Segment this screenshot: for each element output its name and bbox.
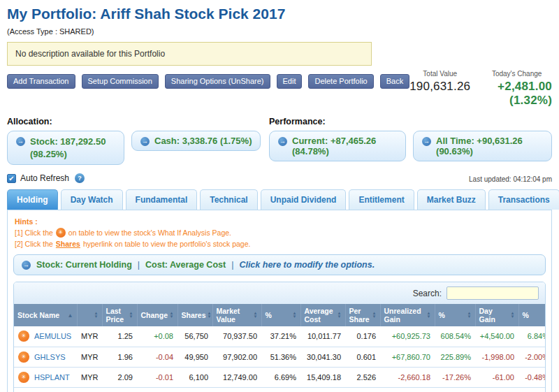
help-icon[interactable]: ? bbox=[75, 173, 85, 183]
cell: 0.00 bbox=[137, 387, 177, 392]
current-performance-pill[interactable]: → Current: +87,465.26 (84.78%) bbox=[269, 131, 406, 161]
tab-unpaid-dividend[interactable]: Unpaid Dividend bbox=[261, 189, 347, 210]
todays-change-stat: Today's Change +2,481.00 (1.32%) bbox=[481, 70, 552, 108]
toolbar-button-add-transaction[interactable]: Add Transaction bbox=[7, 74, 75, 89]
cell: +60,925.73 bbox=[380, 326, 435, 347]
auto-refresh-checkbox[interactable]: ✔ bbox=[7, 174, 16, 183]
cash-allocation-pill[interactable]: → Cash: 3,338.76 (1.75%) bbox=[131, 131, 261, 151]
cell: 0.00% bbox=[518, 387, 546, 392]
column-header-per-share[interactable]: Per Share▲▼ bbox=[345, 304, 380, 326]
alltime-performance-pill[interactable]: → All Time: +90,631.26 (90.63%) bbox=[413, 131, 552, 161]
column-header-unrealized-gain[interactable]: Unrealized Gain▲▼ bbox=[380, 304, 435, 326]
column-header-market-value[interactable]: Market Value▲▼ bbox=[212, 304, 261, 326]
arrow-circle-icon: → bbox=[140, 137, 150, 146]
cell: 12,749.00 bbox=[212, 367, 261, 387]
page-title: My Portfolio: Ariff Shah Stock Pick 2017 bbox=[7, 6, 552, 22]
cell: 14,418.82 bbox=[300, 387, 345, 392]
tab-holding[interactable]: Holding bbox=[7, 189, 58, 210]
column-header-[interactable]: %▲▼ bbox=[435, 304, 475, 326]
stock-option-value: Stock: Current Holding bbox=[36, 260, 132, 270]
column-header-average-cost[interactable]: Average Cost▲▼ bbox=[300, 304, 345, 326]
cell: MYR bbox=[77, 326, 102, 347]
column-header-last-price[interactable]: Last Price▲▼ bbox=[102, 304, 137, 326]
cell: 97,902.00 bbox=[212, 347, 261, 367]
cell: 37.21% bbox=[261, 326, 300, 347]
auto-refresh-row: ✔ Auto Refresh ? Last updated: 04:12:04 … bbox=[7, 173, 552, 183]
toolbar-button-back[interactable]: Back bbox=[380, 74, 409, 89]
holdings-table-container: Search: Stock Name▲▲▼Last Price▲▼Change▲… bbox=[13, 282, 546, 392]
cell: 1.96 bbox=[102, 347, 137, 367]
table-row: ✳HSPLANTMYR2.09-0.016,10012,749.006.69%1… bbox=[14, 367, 546, 387]
sort-both-icon: ▲▼ bbox=[208, 312, 212, 319]
arrow-circle-icon: → bbox=[278, 137, 287, 146]
hints-section: Hints : [1] Click the ✳ on table to view… bbox=[13, 216, 546, 251]
column-header-[interactable]: %▲▼ bbox=[261, 304, 300, 326]
table-row: ✳GHLSYSMYR1.96-0.0449,95097,902.0051.36%… bbox=[14, 347, 546, 367]
column-header-[interactable]: %▲▼ bbox=[518, 304, 546, 326]
allocation-label: Allocation: bbox=[7, 117, 269, 126]
column-header-blank[interactable]: ▲▼ bbox=[77, 304, 102, 326]
table-body: ✳AEMULUSMYR1.25+0.0856,75070,937.5037.21… bbox=[14, 326, 546, 392]
cell: MYR bbox=[77, 347, 102, 367]
cell: 6,200 bbox=[177, 387, 212, 392]
cell: 0.00 bbox=[475, 387, 518, 392]
stock-link-hsplant[interactable]: HSPLANT bbox=[34, 373, 70, 382]
cell: 1.25 bbox=[102, 326, 137, 347]
cell: 608.54% bbox=[435, 326, 475, 347]
tab-fundamental[interactable]: Fundamental bbox=[126, 189, 198, 210]
what-if-icon[interactable]: ✳ bbox=[18, 372, 29, 383]
cell: -17.26% bbox=[435, 367, 475, 387]
column-header-day-gain[interactable]: Day Gain▲▼ bbox=[475, 304, 518, 326]
toolbar-button-delete-portfolio[interactable]: Delete Portfolio bbox=[308, 74, 373, 89]
cell: -0.48% bbox=[518, 367, 546, 387]
tab-transactions[interactable]: Transactions bbox=[488, 189, 559, 210]
modify-options-link[interactable]: Click here to modify the options. bbox=[239, 260, 375, 270]
stock-link-aemulus[interactable]: AEMULUS bbox=[34, 332, 71, 340]
cell: 6.69% bbox=[261, 367, 300, 387]
toolbar-button-sharing-options-unshare[interactable]: Sharing Options (UnShare) bbox=[165, 74, 270, 89]
cell: -60.44% bbox=[435, 387, 475, 392]
cell: 5,704.00 bbox=[212, 387, 261, 392]
holdings-table: Stock Name▲▲▼Last Price▲▼Change▲▼Shares▲… bbox=[14, 304, 546, 392]
auto-refresh-label: Auto Refresh bbox=[20, 173, 69, 183]
stock-allocation-pill[interactable]: → Stock: 187,292.50 (98.25%) bbox=[7, 131, 124, 165]
hint-line-2: [2] Click the Shares hyperlink on table … bbox=[15, 240, 544, 248]
sort-both-icon: ▲▼ bbox=[337, 312, 342, 319]
cell: -0.04 bbox=[137, 347, 177, 367]
sort-both-icon: ▲▼ bbox=[254, 312, 258, 319]
column-header-stock-name[interactable]: Stock Name▲ bbox=[14, 304, 77, 326]
tab-market-buzz[interactable]: Market Buzz bbox=[417, 189, 486, 210]
alltime-performance-value: All Time: +90,631.26 (90.63%) bbox=[436, 136, 543, 157]
sort-both-icon: ▲▼ bbox=[170, 312, 174, 319]
toolbar-summary-row: Add TransactionSetup CommissionSharing O… bbox=[7, 74, 552, 108]
cell: -61.00 bbox=[475, 367, 518, 387]
tab-technical[interactable]: Technical bbox=[200, 189, 257, 210]
column-header-shares[interactable]: Shares▲▼ bbox=[177, 304, 212, 326]
toolbar: Add TransactionSetup CommissionSharing O… bbox=[7, 74, 409, 89]
todays-change-label: Today's Change bbox=[481, 70, 552, 78]
cash-allocation-value: Cash: 3,338.76 (1.75%) bbox=[154, 136, 252, 146]
performance-section: Performance: → Current: +87,465.26 (84.7… bbox=[269, 117, 552, 165]
sort-both-icon: ▲▼ bbox=[293, 312, 297, 319]
tab-entitlement[interactable]: Entitlement bbox=[349, 189, 414, 210]
cell: -2,660.18 bbox=[380, 367, 435, 387]
what-if-icon[interactable]: ✳ bbox=[18, 351, 29, 363]
cell: 2.99% bbox=[261, 387, 300, 392]
portfolio-page: My Portfolio: Ariff Shah Stock Pick 2017… bbox=[0, 6, 559, 392]
sort-both-icon: ▲▼ bbox=[511, 312, 515, 319]
cell: MYR bbox=[77, 387, 102, 392]
toolbar-button-edit[interactable]: Edit bbox=[277, 74, 303, 89]
cell: 0.92 bbox=[102, 387, 137, 392]
column-header-change[interactable]: Change▲▼ bbox=[137, 304, 177, 326]
cell: 2.09 bbox=[102, 367, 137, 387]
search-row: Search: bbox=[14, 282, 545, 304]
performance-label: Performance: bbox=[269, 117, 552, 126]
toolbar-button-setup-commission[interactable]: Setup Commission bbox=[82, 74, 159, 89]
what-if-icon[interactable]: ✳ bbox=[18, 331, 29, 342]
search-input[interactable] bbox=[447, 286, 539, 300]
stock-link-ghlsys[interactable]: GHLSYS bbox=[34, 353, 66, 361]
sort-both-icon: ▲▼ bbox=[467, 312, 472, 319]
tab-content-panel: Hints : [1] Click the ✳ on table to view… bbox=[7, 210, 552, 392]
cell: -2.00% bbox=[518, 347, 546, 367]
tab-day-watch[interactable]: Day Watch bbox=[61, 189, 123, 210]
